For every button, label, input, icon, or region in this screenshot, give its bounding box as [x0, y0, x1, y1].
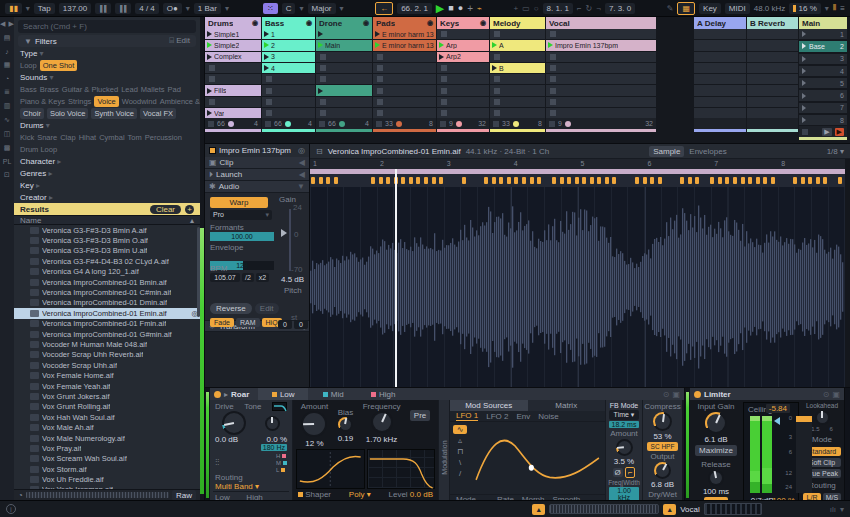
filter-section-type[interactable]: Type ▾ [14, 47, 200, 59]
warp-marker[interactable] [688, 177, 692, 184]
rail-category-icon[interactable]: ≣ [4, 88, 10, 96]
clip-slot-empty[interactable] [694, 108, 746, 118]
clip-slot-empty[interactable] [694, 29, 746, 39]
warp-button[interactable]: Warp [210, 197, 268, 208]
groove-amount-chip[interactable]: O● [163, 3, 182, 14]
warp-marker[interactable] [379, 177, 383, 184]
clip-slot-empty[interactable] [437, 85, 489, 95]
rail-category-icon[interactable]: ⊡ [4, 171, 10, 179]
cpu-chevron-icon[interactable]: ▾ [825, 4, 829, 13]
draw-mode-icon[interactable]: + [514, 4, 519, 13]
clip-section-header[interactable]: ▣Clip◀ [205, 157, 309, 169]
clip-slot-empty[interactable] [490, 74, 545, 84]
file-row[interactable]: Veronica ImproCombined-01 Bmin.aif [14, 277, 200, 287]
clip-slot-filled[interactable]: Simple2 [205, 40, 261, 50]
bias-knob[interactable] [338, 417, 353, 432]
clip-play-icon[interactable] [207, 88, 212, 94]
warp-marker[interactable] [801, 177, 805, 184]
clip-slot-filled[interactable]: Var [205, 108, 261, 118]
clip-slot-empty[interactable] [316, 97, 372, 107]
clip-slot-filled[interactable]: A [490, 40, 545, 50]
grid-setting[interactable]: 1/8 ▾ [827, 147, 844, 156]
clip-slot-empty[interactable] [316, 74, 372, 84]
clip-stop-button[interactable] [441, 99, 447, 105]
clip-play-icon[interactable] [264, 54, 269, 60]
quantization-chevron-icon[interactable]: ▾ [225, 4, 229, 13]
clip-slot-filled[interactable]: E minor harm 137b [373, 40, 436, 50]
fb-freq-value[interactable]: 1.00 kHz [609, 487, 639, 501]
scene-launch-icon[interactable] [802, 43, 806, 49]
clip-color-swatch[interactable] [209, 147, 216, 154]
file-row[interactable]: Vocoder M Human Male 048.aif [14, 339, 200, 349]
tone-knob[interactable] [265, 416, 280, 431]
warp-mode-menu[interactable]: Pro▾ [210, 210, 272, 220]
clip-slot-filled[interactable]: 1 [262, 29, 315, 39]
band-frequency-knob[interactable] [371, 411, 393, 433]
clip-slot-empty[interactable] [373, 63, 436, 73]
clip-stop-button[interactable] [550, 88, 556, 94]
clear-filters-button[interactable]: Clear [150, 205, 181, 214]
midi-map-button[interactable]: MIDI [725, 3, 750, 14]
filter-chip[interactable]: Guitar & Plucked [62, 85, 118, 94]
fb-amount-value[interactable]: 3.5 % [614, 457, 634, 466]
clip-play-icon[interactable] [207, 31, 212, 37]
clip-playing-icon[interactable] [375, 42, 380, 48]
clip-play-icon[interactable] [264, 31, 269, 37]
track-stop-button[interactable] [265, 121, 271, 127]
release-value[interactable]: 100 ms [703, 487, 729, 496]
warp-marker[interactable] [537, 177, 541, 184]
warp-marker[interactable] [658, 177, 662, 184]
time-signature-field[interactable]: 4 / 4 [135, 3, 159, 14]
gain-handle[interactable] [281, 229, 287, 237]
clip-stop-button[interactable] [494, 31, 500, 37]
warp-marker[interactable] [650, 177, 654, 184]
track-stop-button[interactable] [376, 121, 382, 127]
clip-slot-empty[interactable] [546, 52, 656, 62]
filter-chip[interactable]: Ambience & FX [160, 97, 200, 106]
clip-stop-button[interactable] [441, 31, 447, 37]
tab-matrix[interactable]: Matrix [528, 400, 606, 411]
clip-slot-empty[interactable] [747, 85, 798, 95]
clip-slot-empty[interactable] [373, 108, 436, 118]
clip-play-icon[interactable] [264, 65, 269, 71]
clip-stop-button[interactable] [494, 54, 500, 60]
filter-chip[interactable]: Choir [20, 108, 44, 119]
file-row[interactable]: Veronica ImproCombined-01 G#min.aif [14, 329, 200, 339]
scene-row[interactable]: 6 [799, 90, 847, 100]
meter-icon[interactable]: ılı [830, 505, 836, 514]
track-header[interactable]: Drone◉ [316, 17, 372, 29]
level-value[interactable]: 0.0 dB [410, 490, 433, 499]
warp-marker[interactable] [507, 177, 511, 184]
stop-button[interactable]: ■ [448, 3, 453, 13]
clip-slot-empty[interactable] [747, 52, 798, 62]
clip-slot-empty[interactable] [694, 63, 746, 73]
lfo-subtab-4[interactable]: Noise [538, 412, 558, 421]
clip-slot-empty[interactable] [437, 108, 489, 118]
clip-playing-icon[interactable] [548, 42, 553, 48]
scene-launch-icon[interactable] [802, 56, 806, 62]
formants-slider[interactable]: 100.00 [210, 232, 274, 241]
track-header[interactable]: Vocal [546, 17, 656, 29]
warp-marker[interactable] [793, 177, 797, 184]
raw-toggle[interactable]: Raw [172, 490, 196, 501]
scene-launch-icon[interactable] [802, 68, 806, 74]
browser-back-icon[interactable]: ◀ [0, 20, 5, 28]
clip-slot-empty[interactable] [694, 74, 746, 84]
clip-slot-empty[interactable] [373, 97, 436, 107]
clip-slot-empty[interactable] [262, 74, 315, 84]
pitch-semitones-field[interactable]: 0 [278, 320, 292, 329]
audio-section-header[interactable]: ✱Audio▼ [205, 181, 309, 193]
quantization-menu[interactable]: 1 Bar [194, 3, 221, 14]
track-stop-button[interactable] [208, 121, 214, 127]
file-row[interactable]: Vox Female Yeah.aif [14, 381, 200, 391]
clip-stop-button[interactable] [320, 54, 326, 60]
root-note-menu[interactable]: C [282, 3, 296, 14]
warp-marker[interactable] [605, 177, 609, 184]
clip-slot-empty[interactable] [373, 52, 436, 62]
clip-slot-empty[interactable] [262, 108, 315, 118]
warp-marker-strip[interactable] [310, 174, 845, 187]
compress-value[interactable]: 53 % [653, 432, 671, 441]
clip-stop-button[interactable] [320, 65, 326, 71]
filter-curve-display[interactable] [367, 449, 436, 489]
clip-slot-empty[interactable] [694, 40, 746, 50]
